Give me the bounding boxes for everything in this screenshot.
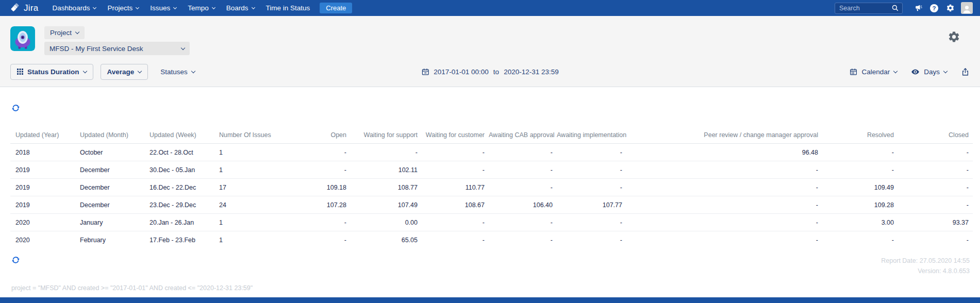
column-header: Closed <box>898 127 973 144</box>
view-mode-dropdown[interactable]: Calendar <box>850 68 897 76</box>
column-header: Waiting for customer <box>422 127 489 144</box>
table-cell: 22.Oct - 28.Oct <box>150 144 219 161</box>
date-to: 2020-12-31 23:59 <box>504 68 559 76</box>
nav-item-label: Tempo <box>188 4 209 12</box>
table-cell: 1 <box>219 161 286 179</box>
chevron-down-icon <box>251 5 255 9</box>
date-separator: to <box>493 68 499 76</box>
table-cell: - <box>557 161 626 179</box>
search-box[interactable] <box>835 3 903 14</box>
report-date: Report Date: 27.05.2020 14:55 <box>881 256 970 266</box>
nav-item-issues[interactable]: Issues <box>144 0 182 16</box>
table-cell: December <box>80 179 150 196</box>
table-cell: - <box>422 231 489 249</box>
table-cell: January <box>80 214 150 231</box>
table-cell: 1 <box>219 144 286 161</box>
chevron-down-icon <box>893 69 898 73</box>
nav-item-boards[interactable]: Boards <box>221 0 260 16</box>
create-button[interactable]: Create <box>320 3 352 13</box>
table-cell: 108.67 <box>422 196 489 214</box>
table-cell: - <box>626 214 822 231</box>
refresh-button-top[interactable] <box>11 104 20 112</box>
table-cell: - <box>822 231 898 249</box>
table-cell: 2019 <box>10 179 80 196</box>
report-type-label: Status Duration <box>27 68 79 76</box>
user-icon <box>962 4 972 14</box>
search-input[interactable] <box>839 5 891 12</box>
help-icon[interactable]: ? <box>927 1 941 15</box>
chevron-down-icon <box>75 30 79 34</box>
table-cell: 2018 <box>10 144 80 161</box>
aggregation-button[interactable]: Average <box>101 64 148 80</box>
table-cell: - <box>286 144 351 161</box>
nav-item-label: Time in Status <box>266 4 310 12</box>
project-select[interactable]: MFSD - My First Service Desk <box>44 42 190 55</box>
view-mode-label: Calendar <box>861 68 890 76</box>
jira-mark-icon <box>10 3 21 13</box>
announcement-icon[interactable] <box>911 1 925 15</box>
table-cell: - <box>822 144 898 161</box>
project-avatar[interactable] <box>10 26 35 51</box>
table-cell: 107.49 <box>351 196 422 214</box>
table-cell: 30.Dec - 05.Jan <box>150 161 219 179</box>
table-cell: 109.49 <box>822 179 898 196</box>
nav-item-dashboards[interactable]: Dashboards <box>47 0 102 16</box>
table-cell: - <box>626 231 822 249</box>
nav-item-projects[interactable]: Projects <box>102 0 144 16</box>
table-cell: 1 <box>219 231 286 249</box>
table-cell: 110.77 <box>422 179 489 196</box>
table-cell: - <box>626 161 822 179</box>
nav-item-time-in-status[interactable]: Time in Status <box>260 0 316 16</box>
settings-icon[interactable] <box>943 1 957 15</box>
refresh-button-bottom[interactable] <box>11 256 20 264</box>
export-button[interactable] <box>961 68 970 76</box>
table-cell: - <box>489 231 557 249</box>
refresh-icon <box>11 104 20 112</box>
calendar-icon <box>850 68 857 76</box>
project-row: Project MFSD - My First Service Desk <box>10 26 970 55</box>
report-settings-gear-icon[interactable] <box>948 30 960 45</box>
jira-logo[interactable]: Jira <box>10 3 39 13</box>
statuses-dropdown[interactable]: Statuses <box>155 68 200 76</box>
table-cell: - <box>489 214 557 231</box>
table-cell: 2019 <box>10 161 80 179</box>
chevron-down-icon <box>173 5 177 9</box>
scope-selector[interactable]: Project <box>44 26 85 39</box>
table-cell: 93.37 <box>898 214 973 231</box>
table-cell: - <box>898 196 973 214</box>
nav-item-tempo[interactable]: Tempo <box>182 0 221 16</box>
brand-name: Jira <box>24 3 39 13</box>
export-icon <box>961 68 970 76</box>
table-row: 2019December23.Dec - 29.Dec24107.28107.4… <box>10 196 973 214</box>
report-meta: Report Date: 27.05.2020 14:55 Version: 4… <box>881 256 972 276</box>
eye-icon <box>911 68 920 76</box>
table-cell: 96.48 <box>626 144 822 161</box>
table-cell: - <box>286 161 351 179</box>
user-avatar[interactable] <box>961 2 973 14</box>
table-cell: - <box>351 144 422 161</box>
table-cell: 3.00 <box>822 214 898 231</box>
table-cell: 0.00 <box>351 214 422 231</box>
calendar-icon <box>421 68 429 76</box>
table-cell: - <box>557 231 626 249</box>
report-type-button[interactable]: Status Duration <box>10 64 93 80</box>
table-cell: - <box>898 231 973 249</box>
table-cell: 17.Feb - 23.Feb <box>150 231 219 249</box>
column-header: Waiting for support <box>351 127 422 144</box>
scope-label: Project <box>50 29 72 37</box>
project-controls: Project MFSD - My First Service Desk <box>44 26 190 55</box>
table-cell: 109.28 <box>822 196 898 214</box>
table-cell: - <box>489 179 557 196</box>
date-range-picker[interactable]: 2017-01-01 00:00 to 2020-12-31 23:59 <box>421 68 558 76</box>
table-cell: 23.Dec - 29.Dec <box>150 196 219 214</box>
column-header: Updated (Week) <box>150 127 219 144</box>
report-table: Updated (Year)Updated (Month)Updated (We… <box>10 127 973 248</box>
unit-dropdown[interactable]: Days <box>911 68 947 76</box>
table-cell: 1 <box>219 214 286 231</box>
chevron-down-icon <box>943 69 948 73</box>
table-cell: - <box>898 179 973 196</box>
jql-query: project = "MFSD" AND created >= "2017-01… <box>11 284 973 292</box>
nav-item-label: Boards <box>226 4 248 12</box>
table-cell: - <box>626 179 822 196</box>
table-cell: 106.40 <box>489 196 557 214</box>
